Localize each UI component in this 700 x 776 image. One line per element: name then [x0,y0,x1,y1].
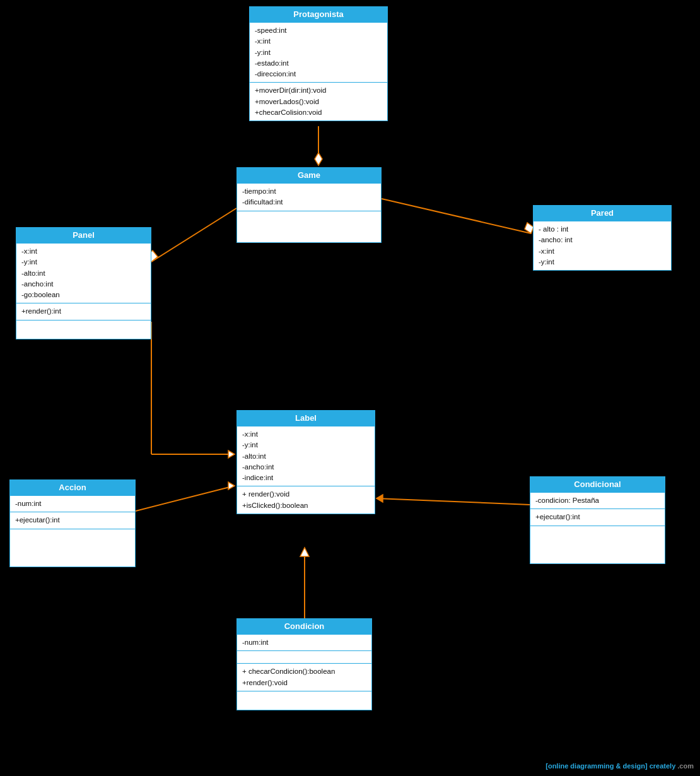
game-attributes: -tiempo:int -dificultad:int [237,183,381,211]
game-methods [237,211,381,242]
panel-class: Panel -x:int -y:int -alto:int -ancho:int… [16,227,151,339]
condicional-class: Condicional -condicion: Pestaña +ejecuta… [530,476,665,564]
panel-methods: +render():int [16,303,151,319]
accion-methods: +ejecutar():int [10,512,135,528]
pared-title: Pared [534,206,671,221]
condicional-methods: +ejecutar():int [530,509,665,525]
watermark-brand: creately [650,762,676,770]
svg-marker-8 [228,450,235,458]
condicional-extra [530,526,665,563]
watermark-domain: .com [677,762,694,770]
label-attributes: -x:int -y:int -alto:int -ancho:int -indi… [237,426,375,486]
label-class: Label -x:int -y:int -alto:int -ancho:int… [236,410,375,514]
condicion-extra [237,691,371,710]
svg-marker-12 [376,495,383,502]
accion-class: Accion -num:int +ejecutar():int [9,479,136,567]
condicional-title: Condicional [530,477,665,492]
accion-attributes: -num:int [10,495,135,512]
panel-attributes: -x:int -y:int -alto:int -ancho:int -go:b… [16,243,151,303]
svg-line-2 [382,199,531,233]
svg-marker-14 [300,548,309,556]
condicion-class: Condicion -num:int + checarCondicion():b… [236,618,372,710]
protagonista-attributes: -speed:int -x:int -y:int -estado:int -di… [250,22,387,82]
condicion-title: Condicion [237,619,371,634]
condicional-attributes: -condicion: Pestaña [530,492,665,509]
game-title: Game [237,168,381,183]
protagonista-methods: +moverDir(dir:int):void +moverLados():vo… [250,82,387,121]
panel-extra [16,320,151,339]
condicion-spacer [237,650,371,663]
pared-attributes: - alto : int -ancho: int -x:int -y:int [534,221,671,270]
watermark-text: [online diagramming & design] [545,762,647,770]
svg-marker-10 [228,482,235,490]
label-title: Label [237,411,375,426]
svg-marker-1 [315,153,322,165]
label-methods: + render():void +isClicked():boolean [237,486,375,514]
condicion-methods: + checarCondicion():boolean +render():vo… [237,663,371,691]
protagonista-title: Protagonista [250,7,387,22]
svg-line-4 [151,208,236,262]
condicion-attributes: -num:int [237,634,371,650]
panel-title: Panel [16,228,151,243]
svg-line-11 [376,498,530,505]
svg-line-9 [136,486,235,511]
pared-class: Pared - alto : int -ancho: int -x:int -y… [533,205,672,271]
watermark: [online diagramming & design] creately .… [545,762,694,770]
game-class: Game -tiempo:int -dificultad:int [236,167,382,243]
accion-title: Accion [10,480,135,495]
accion-extra [10,529,135,567]
protagonista-class: Protagonista -speed:int -x:int -y:int -e… [249,6,388,121]
svg-marker-3 [525,223,534,233]
